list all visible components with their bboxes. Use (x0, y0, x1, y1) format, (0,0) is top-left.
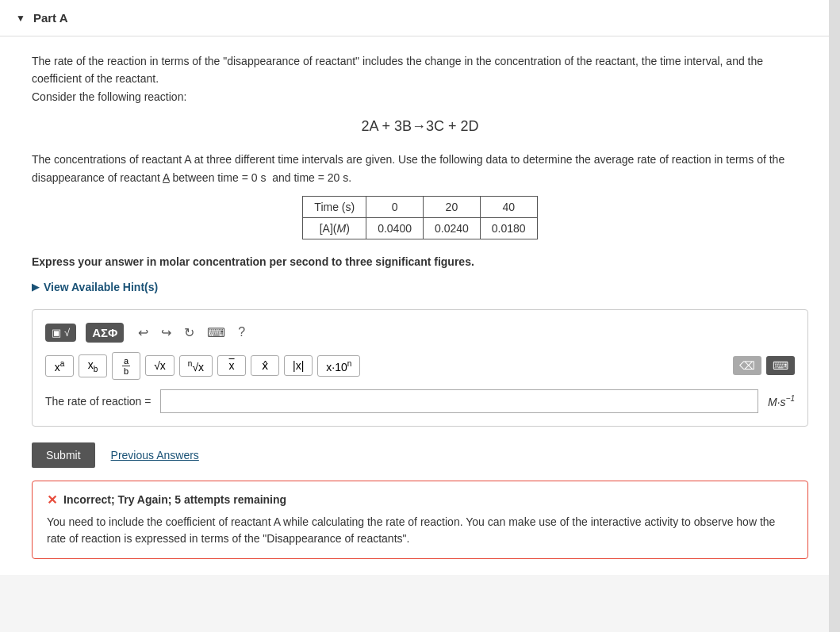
keyboard-toggle-button[interactable]: ⌨ (766, 356, 795, 375)
toolbar-sigma-btn[interactable]: ΑΣΦ (86, 323, 124, 343)
part-title: Part A (33, 11, 68, 25)
toolbar-template-group[interactable]: ▣ √ (45, 324, 76, 342)
backspace-button[interactable]: ⌫ (733, 356, 761, 375)
input-row: The rate of reaction = M·s−1 (45, 389, 795, 413)
scrollbar[interactable] (829, 0, 840, 575)
error-header: ✕ Incorrect; Try Again; 5 attempts remai… (47, 492, 793, 508)
error-title: Incorrect; Try Again; 5 attempts remaini… (63, 493, 286, 506)
unit-label: M·s−1 (768, 394, 795, 408)
data-table-container: Time (s) 0 20 40 [A](M) 0.0400 0.0240 0.… (32, 196, 808, 239)
error-icon: ✕ (47, 492, 57, 508)
fraction-button[interactable]: ab (112, 352, 140, 380)
collapse-arrow-icon[interactable]: ▼ (16, 13, 25, 24)
abs-button[interactable]: |x| (284, 355, 313, 376)
help-button[interactable]: ? (233, 324, 250, 341)
table-cell-t40: 40 (480, 196, 537, 217)
instruction-text: Express your answer in molar concentrati… (32, 255, 808, 268)
hint-label[interactable]: View Available Hint(s) (44, 281, 158, 293)
answer-input[interactable] (160, 389, 758, 413)
template-icon: ▣ (52, 327, 61, 339)
overline-button[interactable]: x (217, 355, 246, 376)
chemical-equation: 2A + 3B→3C + 2D (32, 118, 808, 135)
undo-button[interactable]: ↩ (133, 324, 153, 342)
submit-button[interactable]: Submit (32, 442, 95, 468)
superscript-button[interactable]: xa (45, 355, 74, 377)
subscript-button[interactable]: xb (79, 354, 107, 377)
sqrt-button[interactable]: √x (145, 355, 175, 376)
toolbar: ▣ √ ΑΣΦ ↩ ↪ ↻ ⌨ ? (45, 323, 795, 343)
table-header-time: Time (s) (303, 196, 366, 217)
description-text: The rate of the reaction in terms of the… (32, 52, 808, 105)
table-cell-a20: 0.0240 (423, 217, 480, 239)
data-table: Time (s) 0 20 40 [A](M) 0.0400 0.0240 0.… (302, 196, 537, 239)
table-cell-a0: 0.0400 (366, 217, 424, 239)
keyboard-button[interactable]: ⌨ (202, 324, 230, 342)
nthroot-button[interactable]: n√x (179, 355, 213, 377)
answer-box: ▣ √ ΑΣΦ ↩ ↪ ↻ ⌨ ? xa (32, 309, 808, 427)
error-box: ✕ Incorrect; Try Again; 5 attempts remai… (32, 481, 808, 559)
table-cell-t0: 0 (366, 196, 424, 217)
hint-link[interactable]: ▶ View Available Hint(s) (32, 281, 808, 293)
sci-notation-button[interactable]: x·10n (317, 355, 360, 377)
sigma-label: ΑΣΦ (92, 326, 117, 339)
table-cell-t20: 20 (423, 196, 480, 217)
previous-answers-link[interactable]: Previous Answers (111, 449, 199, 462)
hat-button[interactable]: x̂ (251, 355, 279, 376)
error-body: You need to include the coefficient of r… (47, 514, 793, 547)
submit-row: Submit Previous Answers (32, 442, 808, 468)
concentration-text: The concentrations of reactant A at thre… (32, 151, 808, 186)
hint-arrow-icon: ▶ (32, 282, 39, 293)
input-label: The rate of reaction = (45, 395, 151, 408)
sqrt-icon: √ (64, 327, 70, 339)
table-header-concentration: [A](M) (303, 217, 366, 239)
redo-button[interactable]: ↪ (156, 324, 176, 342)
math-symbols-row: xa xb ab √x n√x x x̂ |x| x·10n ⌫ ⌨ (45, 352, 795, 380)
table-cell-a40: 0.0180 (480, 217, 537, 239)
part-header[interactable]: ▼ Part A (0, 0, 840, 36)
refresh-button[interactable]: ↻ (179, 324, 199, 342)
